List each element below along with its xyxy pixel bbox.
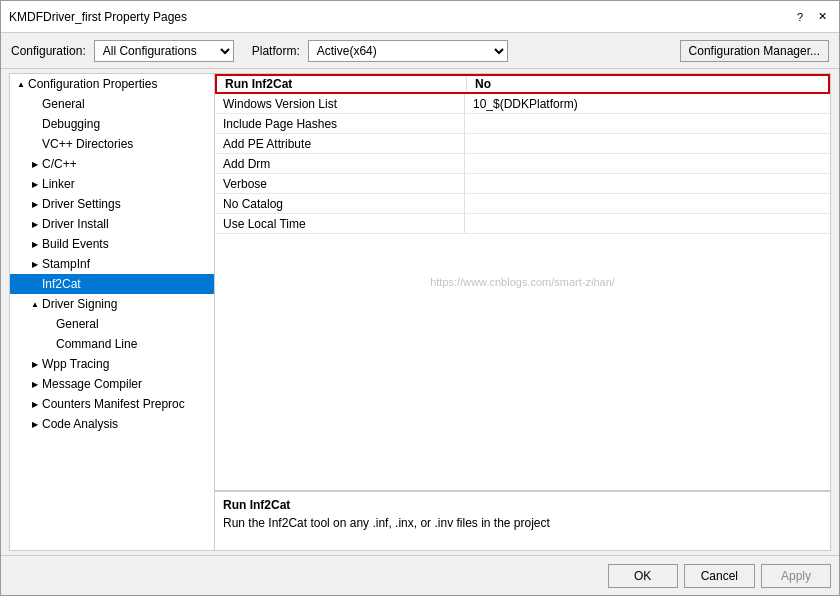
config-manager-button[interactable]: Configuration Manager... xyxy=(680,40,829,62)
tree-arrow-wpp-tracing: ▶ xyxy=(28,360,42,369)
property-value-1: 10_$(DDKPlatform) xyxy=(465,94,830,113)
config-bar: Configuration: All Configurations Platfo… xyxy=(1,33,839,69)
tree-item-build-events[interactable]: ▶Build Events xyxy=(10,234,214,254)
tree-arrow-stampinf: ▶ xyxy=(28,260,42,269)
tree-label-counters-manifest: Counters Manifest Preproc xyxy=(42,397,185,411)
tree-arrow-driver-signing: ▲ xyxy=(28,300,42,309)
property-name-6: No Catalog xyxy=(215,194,465,213)
tree-item-wpp-tracing[interactable]: ▶Wpp Tracing xyxy=(10,354,214,374)
title-bar-controls: ? ✕ xyxy=(791,8,831,26)
tree-label-debugging: Debugging xyxy=(42,117,100,131)
tree-arrow-code-analysis: ▶ xyxy=(28,420,42,429)
tree-item-driver-settings[interactable]: ▶Driver Settings xyxy=(10,194,214,214)
tree-item-ds-general[interactable]: General xyxy=(10,314,214,334)
cancel-button[interactable]: Cancel xyxy=(684,564,755,588)
tree-label-driver-settings: Driver Settings xyxy=(42,197,121,211)
tree-item-driver-install[interactable]: ▶Driver Install xyxy=(10,214,214,234)
property-row-3[interactable]: Add PE Attribute xyxy=(215,134,830,154)
bottom-bar: OK Cancel Apply xyxy=(1,555,839,595)
property-value-6 xyxy=(465,194,830,213)
tree-label-cpp: C/C++ xyxy=(42,157,77,171)
property-name-2: Include Page Hashes xyxy=(215,114,465,133)
property-row-4[interactable]: Add Drm xyxy=(215,154,830,174)
tree-item-driver-signing[interactable]: ▲Driver Signing xyxy=(10,294,214,314)
tree-arrow-linker: ▶ xyxy=(28,180,42,189)
tree-item-cpp[interactable]: ▶C/C++ xyxy=(10,154,214,174)
property-name-4: Add Drm xyxy=(215,154,465,173)
tree-label-stampinf: StampInf xyxy=(42,257,90,271)
property-row-0[interactable]: Run Inf2CatNo xyxy=(215,74,830,94)
left-panel-tree: ▲Configuration PropertiesGeneralDebuggin… xyxy=(10,74,215,550)
description-text: Run the Inf2Cat tool on any .inf, .inx, … xyxy=(223,516,822,530)
property-grid: Run Inf2CatNoWindows Version List10_$(DD… xyxy=(215,74,830,234)
ok-button[interactable]: OK xyxy=(608,564,678,588)
tree-label-config-props: Configuration Properties xyxy=(28,77,157,91)
tree-arrow-build-events: ▶ xyxy=(28,240,42,249)
property-pages-window: KMDFDriver_first Property Pages ? ✕ Conf… xyxy=(0,0,840,596)
property-name-1: Windows Version List xyxy=(215,94,465,113)
tree-label-inf2cat: Inf2Cat xyxy=(42,277,81,291)
tree-item-linker[interactable]: ▶Linker xyxy=(10,174,214,194)
platform-label: Platform: xyxy=(252,44,300,58)
tree-item-counters-manifest[interactable]: ▶Counters Manifest Preproc xyxy=(10,394,214,414)
tree-label-vcpp-dirs: VC++ Directories xyxy=(42,137,133,151)
property-row-1[interactable]: Windows Version List10_$(DDKPlatform) xyxy=(215,94,830,114)
property-row-7[interactable]: Use Local Time xyxy=(215,214,830,234)
property-name-3: Add PE Attribute xyxy=(215,134,465,153)
tree-item-code-analysis[interactable]: ▶Code Analysis xyxy=(10,414,214,434)
tree-label-driver-signing: Driver Signing xyxy=(42,297,117,311)
property-row-2[interactable]: Include Page Hashes xyxy=(215,114,830,134)
tree-label-build-events: Build Events xyxy=(42,237,109,251)
platform-select[interactable]: Active(x64) xyxy=(308,40,508,62)
window-title: KMDFDriver_first Property Pages xyxy=(9,10,187,24)
tree-item-debugging[interactable]: Debugging xyxy=(10,114,214,134)
property-name-0: Run Inf2Cat xyxy=(217,76,467,92)
tree-arrow-driver-install: ▶ xyxy=(28,220,42,229)
property-name-7: Use Local Time xyxy=(215,214,465,233)
tree-label-general: General xyxy=(42,97,85,111)
tree-label-ds-general: General xyxy=(56,317,99,331)
tree-arrow-driver-settings: ▶ xyxy=(28,200,42,209)
property-value-0: No xyxy=(467,76,828,92)
property-value-5 xyxy=(465,174,830,193)
tree-item-inf2cat[interactable]: Inf2Cat xyxy=(10,274,214,294)
property-value-2 xyxy=(465,114,830,133)
tree-item-vcpp-dirs[interactable]: VC++ Directories xyxy=(10,134,214,154)
tree-item-config-props[interactable]: ▲Configuration Properties xyxy=(10,74,214,94)
right-panel: Run Inf2CatNoWindows Version List10_$(DD… xyxy=(215,74,830,550)
tree-arrow-cpp: ▶ xyxy=(28,160,42,169)
property-value-4 xyxy=(465,154,830,173)
title-bar: KMDFDriver_first Property Pages ? ✕ xyxy=(1,1,839,33)
tree-item-general[interactable]: General xyxy=(10,94,214,114)
property-grid-wrapper: Run Inf2CatNoWindows Version List10_$(DD… xyxy=(215,74,830,490)
help-button[interactable]: ? xyxy=(791,8,809,26)
description-panel: Run Inf2Cat Run the Inf2Cat tool on any … xyxy=(215,490,830,550)
tree-arrow-counters-manifest: ▶ xyxy=(28,400,42,409)
tree-label-wpp-tracing: Wpp Tracing xyxy=(42,357,109,371)
configuration-select[interactable]: All Configurations xyxy=(94,40,234,62)
apply-button[interactable]: Apply xyxy=(761,564,831,588)
tree-item-stampinf[interactable]: ▶StampInf xyxy=(10,254,214,274)
tree-label-ds-cmdline: Command Line xyxy=(56,337,137,351)
close-button[interactable]: ✕ xyxy=(813,8,831,26)
tree-label-linker: Linker xyxy=(42,177,75,191)
main-content: ▲Configuration PropertiesGeneralDebuggin… xyxy=(9,73,831,551)
tree-arrow-config-props: ▲ xyxy=(14,80,28,89)
tree-item-msg-compiler[interactable]: ▶Message Compiler xyxy=(10,374,214,394)
property-value-3 xyxy=(465,134,830,153)
tree-label-code-analysis: Code Analysis xyxy=(42,417,118,431)
description-title: Run Inf2Cat xyxy=(223,498,822,512)
property-name-5: Verbose xyxy=(215,174,465,193)
tree-label-msg-compiler: Message Compiler xyxy=(42,377,142,391)
configuration-label: Configuration: xyxy=(11,44,86,58)
property-row-6[interactable]: No Catalog xyxy=(215,194,830,214)
tree-item-ds-cmdline[interactable]: Command Line xyxy=(10,334,214,354)
watermark: https://www.cnblogs.com/smart-zihan/ xyxy=(430,276,615,288)
tree-arrow-msg-compiler: ▶ xyxy=(28,380,42,389)
tree-label-driver-install: Driver Install xyxy=(42,217,109,231)
property-value-7 xyxy=(465,214,830,233)
property-row-5[interactable]: Verbose xyxy=(215,174,830,194)
